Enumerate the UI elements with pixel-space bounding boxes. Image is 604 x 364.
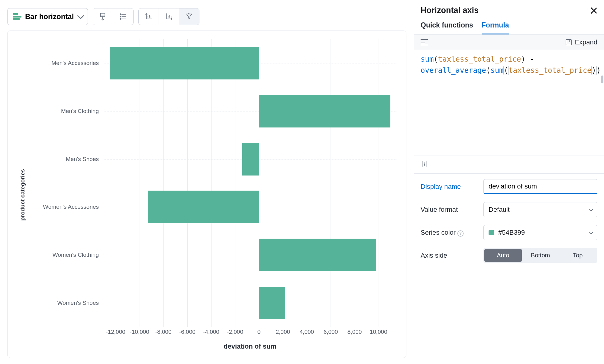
bar[interactable]: [259, 287, 285, 319]
panel-title: Horizontal axis: [421, 6, 479, 15]
display-name-label: Display name: [421, 183, 478, 191]
series-color-label: Series color?: [421, 229, 478, 237]
x-tick-label: -4,000: [203, 329, 219, 335]
bar[interactable]: [259, 239, 376, 271]
axis-side-option[interactable]: Top: [559, 249, 596, 262]
y-axis-tick-labels: Men's AccessoriesMen's ClothingMen's Sho…: [28, 39, 104, 327]
chart-type-selector[interactable]: Bar horizontal: [7, 8, 88, 25]
chart-toolbar: Bar horizontal: [7, 6, 406, 31]
chart-type-label: Bar horizontal: [25, 12, 74, 21]
filter-icon: [185, 12, 194, 21]
tab-formula[interactable]: Formula: [482, 21, 509, 34]
info-icon[interactable]: ?: [457, 230, 463, 237]
color-palette-button[interactable]: [93, 8, 113, 25]
scrollbar-thumb[interactable]: [601, 76, 603, 83]
axis-side-option[interactable]: Auto: [484, 249, 522, 262]
y-axis-label: product categories: [19, 169, 26, 221]
formula-toolbar: Expand: [414, 35, 604, 50]
axis-side-option[interactable]: Bottom: [522, 249, 559, 262]
close-icon[interactable]: [590, 7, 597, 14]
axis-side-segmented: AutoBottomTop: [483, 248, 597, 263]
left-axis-button[interactable]: [138, 8, 159, 25]
y-tick-label: Women's Clothing: [28, 231, 104, 279]
y-tick-label: Men's Shoes: [28, 135, 104, 183]
bar[interactable]: [148, 191, 259, 223]
plot-area: [104, 39, 396, 327]
legend-settings-button[interactable]: [113, 8, 134, 25]
chart-card: product categories Men's AccessoriesMen'…: [7, 31, 406, 358]
bar[interactable]: [110, 47, 259, 79]
chevron-down-icon: [589, 230, 593, 234]
y-tick-label: Men's Accessories: [28, 39, 104, 87]
x-tick-label: 6,000: [324, 329, 338, 335]
x-axis-tick-labels: -12,000-10,000-8,000-6,000-4,000-2,00002…: [104, 329, 396, 337]
tab-quick-functions[interactable]: Quick functions: [421, 21, 473, 34]
chevron-down-icon: [589, 207, 593, 211]
brush-icon: [99, 12, 108, 21]
doc-reference-row[interactable]: [414, 156, 604, 174]
list-settings-icon: [119, 12, 128, 21]
x-tick-label: 8,000: [347, 329, 362, 335]
expand-button[interactable]: Expand: [566, 38, 597, 46]
config-panel: Horizontal axis Quick functions Formula …: [414, 0, 604, 364]
bar[interactable]: [259, 95, 390, 127]
x-tick-label: -8,000: [155, 329, 172, 335]
x-tick-label: 4,000: [300, 329, 314, 335]
value-format-select[interactable]: Default: [483, 202, 597, 217]
axis-button-group: [138, 8, 199, 25]
expand-icon: [566, 39, 572, 45]
x-tick-label: 2,000: [276, 329, 290, 335]
y-tick-label: Women's Accessories: [28, 183, 104, 231]
x-tick-label: -12,000: [106, 329, 125, 335]
svg-point-3: [120, 18, 121, 19]
formula-editor[interactable]: sum(taxless_total_price) - overall_avera…: [414, 50, 604, 156]
style-button-group: [93, 8, 134, 25]
svg-point-5: [424, 163, 425, 163]
value-format-label: Value format: [421, 206, 478, 214]
x-axis-label: deviation of sum: [28, 337, 396, 350]
x-tick-label: -2,000: [227, 329, 243, 335]
value-format-value: Default: [489, 206, 510, 214]
bar-horizontal-icon: [13, 13, 21, 20]
expand-label: Expand: [575, 38, 597, 46]
filter-axis-button[interactable]: [179, 8, 199, 25]
word-wrap-icon[interactable]: [421, 39, 428, 45]
x-tick-label: 0: [257, 329, 261, 335]
y-tick-label: Men's Clothing: [28, 87, 104, 135]
axis-side-label: Axis side: [421, 252, 478, 259]
y-tick-label: Women's Shoes: [28, 279, 104, 327]
documentation-icon: [421, 160, 428, 168]
panel-tabs: Quick functions Formula: [414, 15, 604, 35]
series-color-value: #54B399: [498, 229, 525, 237]
bar[interactable]: [242, 143, 259, 176]
x-tick-label: -10,000: [130, 329, 149, 335]
series-color-select[interactable]: #54B399: [483, 225, 597, 240]
axis-left-icon: [144, 12, 153, 21]
bottom-axis-button[interactable]: [159, 8, 179, 25]
display-name-input[interactable]: [483, 179, 597, 194]
x-tick-label: -6,000: [179, 329, 195, 335]
axis-bottom-icon: [164, 12, 173, 21]
color-swatch: [489, 230, 494, 235]
chevron-down-icon: [77, 12, 84, 19]
x-tick-label: 10,000: [370, 329, 387, 335]
svg-point-2: [120, 16, 121, 17]
